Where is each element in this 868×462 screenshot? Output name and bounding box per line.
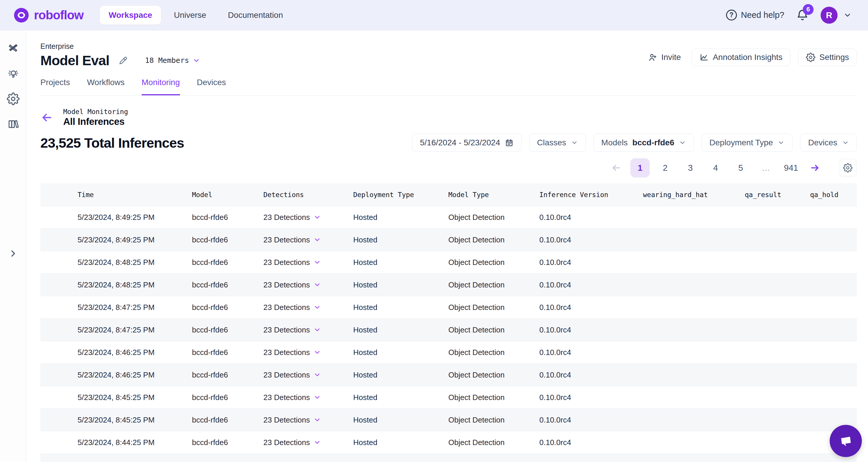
table-settings-gear-icon[interactable] <box>839 159 857 177</box>
notifications-button[interactable]: 6 <box>796 9 809 22</box>
cell-detections: 23 Detections <box>264 461 310 462</box>
tab-monitoring[interactable]: Monitoring <box>142 78 180 95</box>
detections-dropdown[interactable]: 23 Detections <box>264 370 353 380</box>
gear-icon[interactable] <box>7 92 20 105</box>
previous-page-arrow-icon[interactable] <box>608 160 624 176</box>
tab-projects[interactable]: Projects <box>40 78 70 95</box>
members-dropdown[interactable]: 18 Members <box>145 56 200 65</box>
page-941[interactable]: 941 <box>781 158 801 177</box>
cell-deployment-type: Hosted <box>353 235 448 244</box>
cell-time: 5/23/2024, 8:45:25 PM <box>40 393 192 402</box>
detections-dropdown[interactable]: 23 Detections <box>264 303 353 312</box>
cell-detections: 23 Detections <box>264 213 310 222</box>
annotation-insights-button[interactable]: Annotation Insights <box>691 48 790 66</box>
expand-sidebar-chevron-right-icon[interactable] <box>0 248 26 259</box>
tab-workflows[interactable]: Workflows <box>87 78 125 95</box>
detections-dropdown[interactable]: 23 Detections <box>264 280 353 290</box>
chevron-down-icon <box>843 11 851 19</box>
detections-dropdown[interactable]: 23 Detections <box>264 393 353 402</box>
models-filter[interactable]: Models bccd-rfde6 <box>593 134 694 152</box>
lightbulb-icon[interactable] <box>7 67 20 80</box>
roboflow-logo[interactable]: roboflow <box>14 8 84 23</box>
next-page-arrow-icon[interactable] <box>807 160 823 176</box>
nav-link-universe[interactable]: Universe <box>165 6 215 25</box>
cell-model-type: Object Detection <box>448 280 539 290</box>
chevron-down-icon <box>313 213 321 221</box>
chevron-down-icon <box>313 439 321 446</box>
cell-time: 5/23/2024, 8:48:25 PM <box>40 258 192 267</box>
detections-dropdown[interactable]: 23 Detections <box>264 438 353 447</box>
cell-time: 5/23/2024, 8:49:25 PM <box>40 213 192 222</box>
cell-inference-version: 0.10.0rc4 <box>539 235 643 244</box>
chevron-down-icon <box>842 139 849 146</box>
table-row: 5/23/2024, 8:47:25 PM bccd-rfde6 23 Dete… <box>40 319 857 341</box>
deployment-type-filter[interactable]: Deployment Type <box>702 134 793 152</box>
nav-link-workspace[interactable]: Workspace <box>100 6 161 25</box>
chat-widget-button[interactable] <box>830 425 862 457</box>
page-5[interactable]: 5 <box>731 158 750 177</box>
page-4[interactable]: 4 <box>706 158 725 177</box>
cell-model: bccd-rfde6 <box>192 303 264 312</box>
cell-model-type: Object Detection <box>448 325 539 334</box>
cell-time: 5/23/2024, 8:48:25 PM <box>40 280 192 290</box>
classes-label: Classes <box>537 138 566 147</box>
detections-dropdown[interactable]: 23 Detections <box>264 461 353 462</box>
library-books-icon[interactable] <box>7 118 20 130</box>
detections-dropdown[interactable]: 23 Detections <box>264 348 353 357</box>
annotation-insights-label: Annotation Insights <box>713 53 782 62</box>
chevron-down-icon <box>571 139 578 146</box>
page-3[interactable]: 3 <box>681 158 700 177</box>
page-1[interactable]: 1 <box>630 158 650 177</box>
cell-time: 5/23/2024, 8:44:25 PM <box>40 461 192 462</box>
cell-inference-version: 0.10.0rc4 <box>539 393 643 402</box>
col-header-detections: Detections <box>264 191 353 199</box>
cell-model-type: Object Detection <box>448 348 539 357</box>
detections-dropdown[interactable]: 23 Detections <box>264 213 353 222</box>
devices-filter[interactable]: Devices <box>800 134 857 152</box>
chevron-down-icon <box>313 236 321 243</box>
chevron-down-icon <box>313 259 321 266</box>
detections-dropdown[interactable]: 23 Detections <box>264 325 353 334</box>
tools-crossed-icon[interactable] <box>7 42 20 55</box>
detections-dropdown[interactable]: 23 Detections <box>264 416 353 425</box>
table-row: 5/23/2024, 8:48:25 PM bccd-rfde6 23 Dete… <box>40 273 857 296</box>
cell-deployment-type: Hosted <box>353 258 448 267</box>
chevron-down-icon <box>778 139 784 146</box>
members-label: 18 Members <box>145 56 189 65</box>
tab-devices[interactable]: Devices <box>197 78 226 95</box>
cell-model: bccd-rfde6 <box>192 348 264 357</box>
chevron-down-icon <box>313 416 321 424</box>
invite-button[interactable]: Invite <box>645 48 684 66</box>
cell-time: 5/23/2024, 8:47:25 PM <box>40 325 192 334</box>
back-arrow-icon[interactable] <box>40 111 53 124</box>
edit-title-pencil-icon[interactable] <box>118 56 128 66</box>
cell-model-type: Object Detection <box>448 370 539 380</box>
page-2[interactable]: 2 <box>655 158 675 177</box>
cell-model-type: Object Detection <box>448 438 539 447</box>
devices-label: Devices <box>808 138 837 147</box>
cell-inference-version: 0.10.0rc4 <box>539 258 643 267</box>
cell-detections: 23 Detections <box>264 438 310 447</box>
main-content: Enterprise Model Eval 18 Members Invite <box>26 30 868 462</box>
nav-link-documentation[interactable]: Documentation <box>219 6 292 25</box>
table-row: 5/23/2024, 8:46:25 PM bccd-rfde6 23 Dete… <box>40 341 857 363</box>
col-header-inference-version: Inference Version <box>539 191 643 199</box>
table-row: 5/23/2024, 8:46:25 PM bccd-rfde6 23 Dete… <box>40 363 857 386</box>
detections-dropdown[interactable]: 23 Detections <box>264 258 353 267</box>
page-ellipsis: … <box>756 158 776 177</box>
date-range-filter[interactable]: 5/16/2024 - 5/23/2024 <box>412 134 522 152</box>
cell-deployment-type: Hosted <box>353 348 448 357</box>
invite-label: Invite <box>661 53 681 62</box>
cell-model: bccd-rfde6 <box>192 416 264 425</box>
settings-button[interactable]: Settings <box>798 48 857 66</box>
cell-model: bccd-rfde6 <box>192 438 264 447</box>
cell-inference-version: 0.10.0rc4 <box>539 438 643 447</box>
cell-deployment-type: Hosted <box>353 393 448 402</box>
detections-dropdown[interactable]: 23 Detections <box>264 235 353 244</box>
cell-model: bccd-rfde6 <box>192 393 264 402</box>
chat-bubble-icon <box>837 432 854 450</box>
classes-filter[interactable]: Classes <box>529 134 586 152</box>
account-menu[interactable]: R <box>820 7 851 24</box>
need-help-button[interactable]: ? Need help? <box>726 10 784 21</box>
inference-table-body: 5/23/2024, 8:49:25 PM bccd-rfde6 23 Dete… <box>40 206 857 462</box>
